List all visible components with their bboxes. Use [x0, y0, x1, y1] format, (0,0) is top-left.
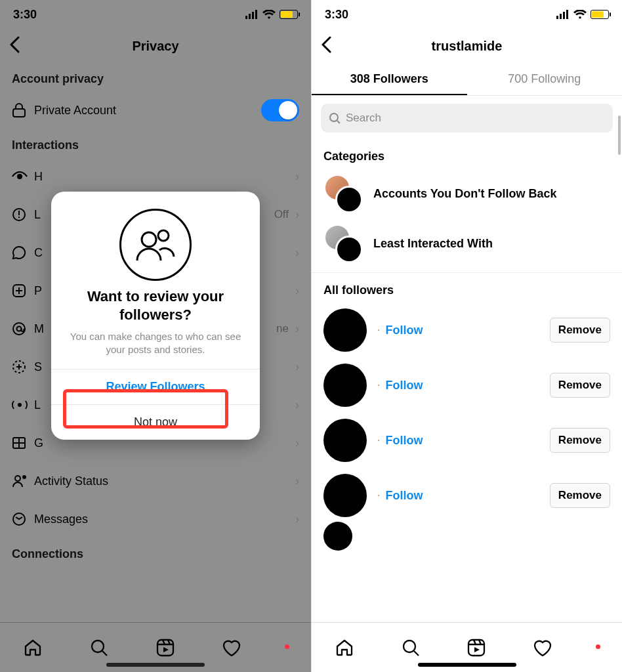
row-activity-status[interactable]: Activity Status › — [0, 462, 311, 500]
status-icons — [245, 10, 298, 19]
battery-icon — [280, 10, 298, 19]
review-followers-modal: Want to review your followers? You can m… — [51, 192, 260, 440]
tab-search[interactable] — [401, 638, 421, 658]
svg-rect-23 — [560, 14, 562, 19]
chevron-right-icon: › — [295, 246, 299, 260]
row-messages[interactable]: Messages › — [0, 500, 311, 538]
avatar-icon[interactable] — [323, 522, 352, 551]
follower-row: ·Follow Remove — [312, 468, 622, 523]
review-followers-button[interactable]: Review Followers — [51, 369, 260, 404]
cell-signal-icon — [245, 10, 259, 19]
back-button[interactable] — [9, 36, 29, 56]
dashed-circle-plus-icon — [12, 360, 34, 374]
follower-row: ·Follow Remove — [312, 358, 622, 413]
svg-point-11 — [17, 327, 22, 331]
not-now-button[interactable]: Not now — [51, 404, 260, 440]
status-bar: 3:30 — [312, 0, 622, 29]
search-input[interactable]: Search — [321, 104, 613, 133]
page-title: trustlamide — [341, 39, 593, 54]
people-icon — [119, 209, 192, 281]
status-icons — [556, 10, 609, 19]
activity-icon — [12, 474, 34, 488]
chevron-right-icon: › — [295, 322, 299, 336]
warning-icon — [12, 207, 34, 222]
modal-title: Want to review your followers? — [51, 287, 260, 324]
plus-square-icon — [12, 284, 34, 298]
chevron-right-icon: › — [295, 398, 299, 412]
follow-link[interactable]: Follow — [385, 379, 423, 392]
stacked-avatars-icon — [323, 224, 363, 263]
tab-search[interactable] — [89, 638, 109, 658]
tab-reels[interactable] — [156, 638, 175, 658]
avatar-icon[interactable] — [323, 419, 367, 462]
chevron-right-icon: › — [295, 474, 299, 488]
battery-icon — [591, 10, 609, 19]
follower-row: ·Follow Remove — [312, 413, 622, 468]
status-time: 3:30 — [325, 8, 348, 22]
section-categories: Categories — [312, 140, 622, 169]
followers-screen: 3:30 trustlamide 308 Followers 700 Follo… — [311, 0, 622, 672]
remove-button[interactable]: Remove — [550, 373, 610, 398]
status-time: 3:30 — [13, 8, 37, 22]
follower-row: ·Follow Remove — [312, 303, 622, 358]
svg-rect-3 — [255, 10, 257, 19]
eye-icon — [12, 171, 34, 182]
private-account-row: Private Account — [0, 91, 311, 129]
follow-link[interactable]: Follow — [385, 489, 423, 503]
svg-rect-1 — [249, 14, 251, 19]
privacy-screen: 3:30 Privacy Account privacy — [0, 0, 311, 672]
home-indicator — [418, 663, 516, 667]
avatar-icon[interactable] — [323, 474, 367, 517]
row-h[interactable]: H › — [0, 158, 311, 196]
avatar-icon[interactable] — [323, 364, 367, 407]
svg-point-27 — [404, 640, 415, 652]
tab-home[interactable] — [335, 638, 354, 658]
tab-likes[interactable] — [222, 639, 241, 657]
svg-rect-28 — [468, 640, 484, 656]
chevron-right-icon: › — [295, 436, 299, 450]
svg-point-16 — [22, 475, 26, 479]
wifi-icon — [262, 10, 276, 19]
private-account-toggle[interactable] — [261, 99, 299, 121]
follow-link[interactable]: Follow — [385, 434, 423, 448]
svg-rect-7 — [18, 211, 20, 215]
svg-point-19 — [158, 230, 169, 241]
remove-button[interactable]: Remove — [550, 318, 610, 343]
cell-signal-icon — [556, 10, 570, 19]
home-indicator — [106, 663, 205, 667]
chevron-right-icon: › — [295, 170, 299, 184]
mention-icon — [12, 322, 34, 336]
remove-button[interactable]: Remove — [550, 428, 610, 453]
tab-following[interactable]: 700 Following — [467, 63, 623, 95]
tab-home[interactable] — [23, 638, 43, 658]
nav-header: Privacy — [0, 29, 311, 63]
svg-rect-4 — [13, 109, 25, 117]
svg-rect-24 — [563, 12, 565, 19]
svg-point-10 — [13, 323, 25, 335]
category-not-follow-back[interactable]: Accounts You Don't Follow Back — [312, 169, 622, 219]
divider — [312, 272, 622, 273]
tab-likes[interactable] — [533, 639, 552, 657]
chevron-right-icon: › — [295, 360, 299, 374]
search-placeholder: Search — [346, 112, 381, 125]
svg-point-15 — [15, 476, 20, 481]
back-button[interactable] — [321, 36, 341, 56]
svg-rect-22 — [556, 16, 558, 19]
category-least-interacted[interactable]: Least Interacted With — [312, 219, 622, 268]
follow-link[interactable]: Follow — [385, 324, 423, 337]
modal-body: You can make changes to who can see your… — [51, 324, 260, 369]
avatar-icon[interactable] — [323, 308, 367, 352]
tab-reels[interactable] — [466, 638, 486, 658]
private-account-label: Private Account — [34, 104, 261, 117]
tab-followers[interactable]: 308 Followers — [312, 63, 467, 95]
followers-following-tabs: 308 Followers 700 Following — [312, 63, 622, 96]
remove-button[interactable]: Remove — [550, 483, 610, 508]
svg-rect-8 — [18, 217, 20, 218]
messages-icon — [12, 512, 34, 526]
search-icon — [329, 112, 341, 124]
guide-icon — [12, 436, 34, 450]
scroll-indicator — [618, 116, 621, 155]
svg-rect-21 — [157, 640, 173, 656]
status-bar: 3:30 — [0, 0, 311, 29]
chevron-right-icon: › — [295, 208, 299, 222]
